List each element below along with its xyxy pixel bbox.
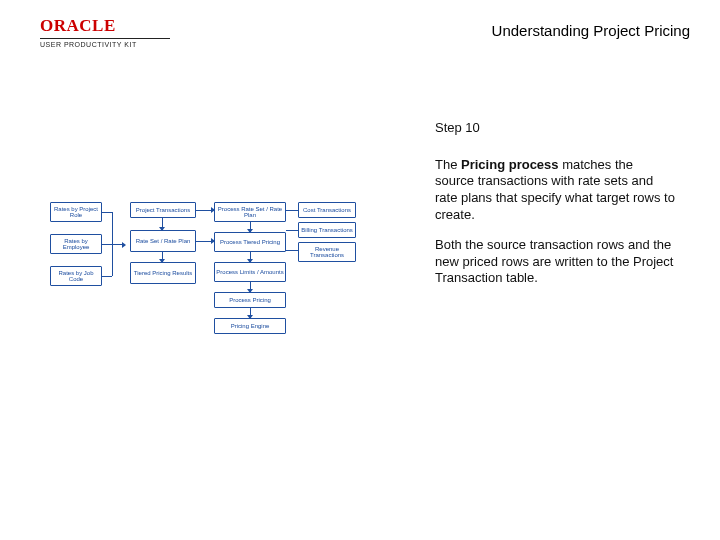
node-process-limits: Process Limits / Amounts [214,262,286,282]
node-pricing-engine: Pricing Engine [214,318,286,334]
bracket-connector [102,212,124,276]
step-label: Step 10 [435,120,675,137]
header: ORACLE USER PRODUCTIVITY KIT Understandi… [0,14,720,60]
node-project-transactions: Project Transactions [130,202,196,218]
paragraph-2: Both the source transaction rows and the… [435,237,675,287]
brand-subtitle: USER PRODUCTIVITY KIT [40,41,170,48]
paragraph-1: The Pricing process matches the source t… [435,157,675,224]
node-rates-by-employee: Rates by Employee [50,234,102,254]
node-process-tiered: Process Tiered Pricing [214,232,286,252]
flow-diagram: Rates by Project Role Rates by Employee … [50,200,350,370]
node-rates-by-role: Rates by Project Role [50,202,102,222]
brand-divider [40,38,170,39]
node-rates-by-jobcode: Rates by Job Code [50,266,102,286]
node-process-pricing: Process Pricing [214,292,286,308]
node-cost-transactions: Cost Transactions [298,202,356,218]
brand-block: ORACLE USER PRODUCTIVITY KIT [40,16,170,48]
text-column: Step 10 The Pricing process matches the … [435,120,675,301]
p1-lead: The [435,157,461,172]
page-title: Understanding Project Pricing [492,22,690,39]
node-revenue-transactions: Revenue Transactions [298,242,356,262]
node-process-rate-plan: Process Rate Set / Rate Plan [214,202,286,222]
node-tiered-results: Tiered Pricing Results [130,262,196,284]
brand-logo: ORACLE [40,16,170,36]
slide-page: ORACLE USER PRODUCTIVITY KIT Understandi… [0,0,720,540]
node-billing-transactions: Billing Transactions [298,222,356,238]
node-rate-set-plan: Rate Set / Rate Plan [130,230,196,252]
p1-strong: Pricing process [461,157,559,172]
